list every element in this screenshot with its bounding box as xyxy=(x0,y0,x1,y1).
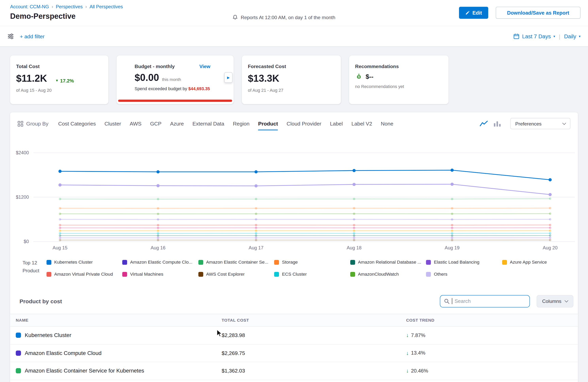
legend-item[interactable]: AWS Cost Explorer xyxy=(198,271,274,277)
breadcrumb-perspectives-link[interactable]: Perspectives xyxy=(56,4,83,9)
legend-item[interactable]: Amazon Elastic Container Se... xyxy=(198,259,274,265)
total-cost-period: of Aug 15 - Aug 20 xyxy=(16,88,103,93)
column-header-total-cost: TOTAL COST xyxy=(222,318,406,323)
legend-swatch xyxy=(122,260,127,265)
forecasted-cost-value: $13.3K xyxy=(248,73,279,84)
legend-swatch xyxy=(122,272,127,277)
product-cost-table: NAME TOTAL COST COST TREND Kubernetes Cl… xyxy=(10,314,578,380)
line-chart-toggle[interactable] xyxy=(480,120,488,127)
recommendations-title: Recommendations xyxy=(355,64,442,69)
bar-chart-toggle[interactable] xyxy=(494,120,501,127)
group-by-tab-none[interactable]: None xyxy=(381,121,393,127)
group-by-tab-cost-categories[interactable]: Cost Categories xyxy=(58,121,96,127)
svg-text:$0: $0 xyxy=(24,239,29,244)
recommendations-note: no Recommendations yet xyxy=(355,84,442,89)
date-range-dropdown[interactable]: Last 7 Days ▾ xyxy=(514,33,555,39)
search-input[interactable] xyxy=(455,298,526,304)
legend-items: Kubernetes ClusterAmazon Elastic Compute… xyxy=(46,259,578,277)
filter-settings-icon[interactable] xyxy=(7,33,14,39)
group-by-tab-external-data[interactable]: External Data xyxy=(192,121,224,127)
preferences-button[interactable]: Preferences xyxy=(510,118,570,129)
total-cost-trend: ▼ 17.2% xyxy=(55,78,74,83)
group-by-tab-product[interactable]: Product xyxy=(258,121,278,127)
group-by-tab-label[interactable]: Label xyxy=(330,121,343,127)
search-box[interactable] xyxy=(440,295,530,307)
table-header-row: NAME TOTAL COST COST TREND xyxy=(10,314,578,326)
total-cost-title: Total Cost xyxy=(16,64,103,69)
table-body: Kubernetes Cluster$2,283.98↓7.87%Amazon … xyxy=(10,326,578,380)
recommendations-card: Recommendations $ $-- no Recommendations… xyxy=(349,56,448,104)
group-by-tab-cluster[interactable]: Cluster xyxy=(105,121,121,127)
budget-value: $0.00 xyxy=(135,72,159,83)
group-by-label: Group By xyxy=(18,121,48,127)
legend-label: Amazon Relational Database ... xyxy=(358,259,421,265)
perspective-panel: Group By Cost CategoriesClusterAWSGCPAzu… xyxy=(10,112,578,382)
granularity-dropdown[interactable]: Daily ▾ xyxy=(564,33,581,39)
group-by-tab-region[interactable]: Region xyxy=(233,121,250,127)
legend-label: ECS Cluster xyxy=(282,271,307,277)
legend-item[interactable]: Virtual Machines xyxy=(122,271,198,277)
content-area: Total Cost $11.2K ▼ 17.2% of Aug 15 - Au… xyxy=(0,47,588,382)
legend-swatch xyxy=(274,260,279,265)
legend-item[interactable]: Amazon Virtual Private Cloud xyxy=(46,271,122,277)
svg-text:Aug 19: Aug 19 xyxy=(445,245,460,250)
group-by-tab-label-v2[interactable]: Label V2 xyxy=(352,121,372,127)
legend-item[interactable]: ECS Cluster xyxy=(274,271,350,277)
divider: | xyxy=(559,33,560,39)
legend-item[interactable]: Amazon Elastic Compute Clo... xyxy=(122,259,198,265)
group-by-tab-gcp[interactable]: GCP xyxy=(150,121,162,127)
grid-icon xyxy=(18,121,23,126)
table-row[interactable]: Amazon Elastic Container Service for Kub… xyxy=(10,362,578,380)
forecasted-cost-period: of Aug 21 - Aug 27 xyxy=(248,88,335,93)
legend-item[interactable]: Others xyxy=(426,271,502,277)
table-row[interactable]: Kubernetes Cluster$2,283.98↓7.87% xyxy=(10,326,578,344)
time-controls: Last 7 Days ▾ | Daily ▾ xyxy=(514,33,581,39)
columns-button[interactable]: Columns xyxy=(536,295,573,307)
group-by-tab-azure[interactable]: Azure xyxy=(170,121,184,127)
breadcrumb-all-perspectives-link[interactable]: All Perspectives xyxy=(89,4,123,9)
legend-item[interactable]: Kubernetes Cluster xyxy=(46,259,122,265)
budget-view-link[interactable]: View xyxy=(199,64,210,69)
total-cost-card: Total Cost $11.2K ▼ 17.2% of Aug 15 - Au… xyxy=(10,56,108,104)
legend-item[interactable]: Storage xyxy=(274,259,350,265)
svg-text:$2400: $2400 xyxy=(16,150,29,155)
top-header: Account: CCM-NG › Perspectives › All Per… xyxy=(0,0,588,26)
add-filter-button[interactable]: + add filter xyxy=(20,33,45,39)
trend-down-arrow-icon: ↓ xyxy=(406,350,409,356)
chart-legend: Top 12 Product Kubernetes ClusterAmazon … xyxy=(10,259,578,277)
budget-value-note: this month xyxy=(162,77,181,82)
budget-next-button[interactable]: ▶ xyxy=(224,72,232,83)
breadcrumb: Account: CCM-NG › Perspectives › All Per… xyxy=(10,4,123,9)
table-row[interactable]: Amazon Elastic Compute Cloud$2,269.75↓13… xyxy=(10,344,578,362)
chart-controls: Preferences xyxy=(480,118,570,129)
legend-item[interactable]: Amazon Relational Database ... xyxy=(350,259,426,265)
legend-title: Top 12 Product xyxy=(22,259,46,277)
calendar-icon xyxy=(514,33,519,39)
edit-button-label: Edit xyxy=(472,10,482,15)
legend-item[interactable]: Elastic Load Balancing xyxy=(426,259,502,265)
svg-text:Aug 18: Aug 18 xyxy=(347,245,361,250)
caret-down-icon: ▾ xyxy=(579,35,581,38)
legend-item[interactable]: Azure App Service xyxy=(502,259,578,265)
group-by-row: Group By Cost CategoriesClusterAWSGCPAzu… xyxy=(10,112,578,135)
row-cost-trend: ↓7.87% xyxy=(406,332,578,338)
download-button-label: Download/Save as Report xyxy=(507,10,569,15)
group-by-tab-aws[interactable]: AWS xyxy=(130,121,142,127)
summary-cards: Total Cost $11.2K ▼ 17.2% of Aug 15 - Au… xyxy=(10,56,578,104)
caret-down-icon: ▾ xyxy=(553,35,555,38)
cost-line-chart[interactable]: $0$1200$2400Aug 15Aug 16Aug 17Aug 18Aug … xyxy=(10,141,578,254)
reports-schedule-note: Reports At 12:00 AM, on day 1 of the mon… xyxy=(232,15,335,20)
budget-exceeded-text: Spend exceeded budget by $44,693.35 xyxy=(135,86,228,91)
breadcrumb-account-link[interactable]: Account: CCM-NG xyxy=(10,4,49,9)
group-by-tab-cloud-provider[interactable]: Cloud Provider xyxy=(287,121,321,127)
legend-swatch xyxy=(198,260,203,265)
edit-button[interactable]: Edit xyxy=(459,7,488,19)
row-name: Kubernetes Cluster xyxy=(25,332,71,338)
row-color-swatch xyxy=(16,368,21,374)
chart-area: $0$1200$2400Aug 15Aug 16Aug 17Aug 18Aug … xyxy=(10,141,578,254)
legend-label: Kubernetes Cluster xyxy=(54,259,93,265)
date-range-label: Last 7 Days xyxy=(522,33,551,39)
legend-item[interactable]: AmazonCloudWatch xyxy=(350,271,426,277)
download-save-report-button[interactable]: Download/Save as Report xyxy=(496,7,581,19)
legend-swatch xyxy=(426,272,431,277)
